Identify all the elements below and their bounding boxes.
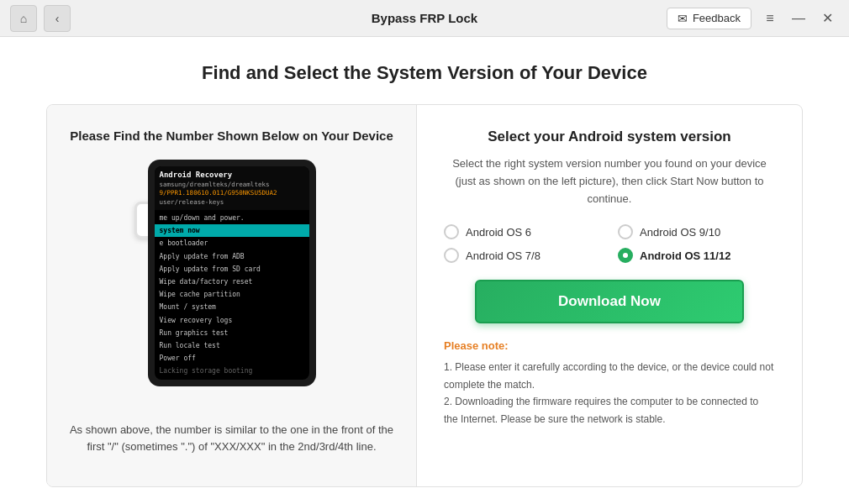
- titlebar-right: ✉ Feedback ≡ — ✕: [667, 7, 839, 30]
- feedback-button[interactable]: ✉ Feedback: [667, 8, 751, 29]
- os-option-0[interactable]: Android OS 6: [444, 224, 601, 239]
- left-panel-description: As shown above, the number is similar to…: [67, 422, 396, 457]
- os-option-1[interactable]: Android OS 9/10: [618, 224, 775, 239]
- os-option-3[interactable]: Android OS 11/12: [618, 248, 775, 263]
- menu-item-0: me up/down and power.: [155, 212, 309, 224]
- menu-item-3: Apply update from ADB: [155, 250, 309, 263]
- recovery-version: 9/PPR1.180610.011/G950NKSU5DUA2: [160, 189, 304, 198]
- page-content: Find and Select the System Version of Yo…: [0, 37, 849, 504]
- phone-header: Android Recovery samsung/dreamlteks/drea…: [155, 166, 309, 210]
- os-label-1: Android OS 9/10: [640, 226, 720, 239]
- radio-android9[interactable]: [618, 224, 633, 239]
- right-panel: Select your Android system version Selec…: [417, 105, 802, 486]
- window-title: Bypass FRP Lock: [372, 11, 477, 25]
- note-title: Please note:: [444, 337, 775, 355]
- menu-item-2: e bootloader: [155, 237, 309, 249]
- radio-android11[interactable]: [618, 248, 633, 263]
- os-label-3: Android OS 11/12: [640, 249, 730, 262]
- os-option-2[interactable]: Android OS 7/8: [444, 248, 601, 263]
- recovery-path2: user/release-keys: [160, 198, 304, 207]
- menu-item-11: Power off: [155, 352, 309, 365]
- note-line-2: 2. Downloading the firmware requires the…: [444, 393, 775, 428]
- phone-container: 9 Android Recovery samsung/dreamlteks/dr…: [148, 160, 316, 403]
- menu-item-6: Wipe cache partition: [155, 288, 309, 301]
- left-panel: Please Find the Number Shown Below on Yo…: [47, 105, 417, 486]
- os-version-grid: Android OS 6 Android OS 9/10 Android OS …: [444, 224, 775, 263]
- radio-android6[interactable]: [444, 224, 459, 239]
- menu-item-7: Mount / system: [155, 301, 309, 313]
- menu-button[interactable]: ≡: [758, 7, 782, 30]
- phone-screen: Android Recovery samsung/dreamlteks/drea…: [155, 166, 309, 380]
- close-icon: ✕: [822, 10, 833, 26]
- menu-icon: ≡: [766, 11, 773, 26]
- menu-item-highlighted: system now: [155, 224, 309, 237]
- feedback-label: Feedback: [693, 12, 741, 24]
- android-recovery-title: Android Recovery: [160, 170, 304, 181]
- phone-menu: me up/down and power. system now e bootl…: [155, 210, 309, 379]
- right-panel-title: Select your Android system version: [488, 129, 730, 145]
- note-line-1: 1. Please enter it carefully according t…: [444, 359, 775, 393]
- left-panel-title: Please Find the Number Shown Below on Yo…: [70, 129, 393, 143]
- home-button[interactable]: ⌂: [10, 5, 37, 32]
- radio-android7[interactable]: [444, 248, 459, 263]
- phone-mockup: Android Recovery samsung/dreamlteks/drea…: [148, 160, 316, 386]
- menu-item-4: Apply update from SD card: [155, 263, 309, 276]
- main-panel: Please Find the Number Shown Below on Yo…: [46, 104, 803, 487]
- mail-icon: ✉: [678, 12, 688, 25]
- close-button[interactable]: ✕: [815, 7, 839, 30]
- back-button[interactable]: ‹: [44, 5, 71, 32]
- right-panel-description: Select the right system version number y…: [444, 155, 775, 207]
- titlebar: ⌂ ‹ Bypass FRP Lock ✉ Feedback ≡ — ✕: [0, 0, 849, 37]
- titlebar-left: ⌂ ‹: [10, 5, 71, 32]
- os-label-0: Android OS 6: [466, 226, 531, 239]
- note-section: Please note: 1. Please enter it carefull…: [444, 337, 775, 428]
- back-icon: ‹: [55, 12, 60, 25]
- menu-item-8: View recovery logs: [155, 314, 309, 327]
- window-controls: ≡ — ✕: [758, 7, 839, 30]
- menu-item-5: Wipe data/factory reset: [155, 276, 309, 288]
- minimize-button[interactable]: —: [787, 7, 810, 30]
- page-title: Find and Select the System Version of Yo…: [202, 62, 647, 84]
- menu-item-10: Run locale test: [155, 339, 309, 352]
- menu-item-9: Run graphics test: [155, 327, 309, 339]
- minimize-icon: —: [792, 11, 805, 26]
- recovery-path: samsung/dreamlteks/dreamlteks: [160, 181, 304, 190]
- home-icon: ⌂: [20, 12, 27, 25]
- menu-item-12: Lacking storage booting: [155, 365, 309, 377]
- os-label-2: Android OS 7/8: [466, 249, 541, 262]
- download-now-button[interactable]: Download Now: [475, 280, 744, 323]
